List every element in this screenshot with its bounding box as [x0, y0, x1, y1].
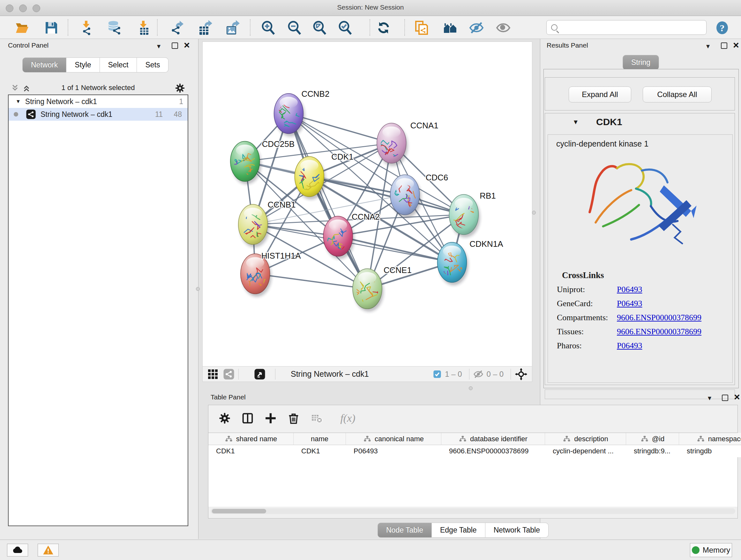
cloud-status-button[interactable]: [7, 544, 28, 557]
collapse-all-button[interactable]: Collapse All: [643, 86, 712, 103]
birdseye-grid-icon[interactable]: [207, 368, 219, 380]
show-all-button[interactable]: [494, 18, 513, 37]
first-neighbors-button[interactable]: [441, 18, 460, 37]
tab-style[interactable]: Style: [66, 57, 99, 72]
string-panel-icon[interactable]: [223, 368, 234, 380]
table-cell[interactable]: CDK1: [208, 445, 293, 457]
left-splitter-handle[interactable]: [196, 287, 200, 291]
selected-checkbox[interactable]: [433, 370, 442, 379]
node-CCNB1[interactable]: [239, 204, 269, 247]
open-in-string-icon[interactable]: [254, 368, 266, 380]
column-header-database-identifier[interactable]: database identifier: [441, 433, 545, 445]
float-panel-icon[interactable]: [722, 395, 728, 401]
bottom-splitter-handle[interactable]: [469, 386, 473, 390]
table-hscrollbar[interactable]: [211, 508, 735, 514]
node-HIST1H1A[interactable]: [241, 254, 272, 297]
edge-CCNA2-CDKN1A[interactable]: [338, 236, 452, 262]
zoom-selected-button[interactable]: [336, 18, 354, 37]
panel-menu-icon[interactable]: ▾: [157, 43, 160, 50]
zoom-out-button[interactable]: [285, 18, 304, 37]
import-network-database-button[interactable]: [105, 18, 123, 37]
export-table-button[interactable]: [196, 18, 214, 37]
close-panel-icon[interactable]: ×: [184, 42, 190, 49]
zoom-in-button[interactable]: [259, 18, 278, 37]
export-image-button[interactable]: [223, 18, 242, 37]
node-CCNA2[interactable]: [323, 216, 354, 259]
network-canvas[interactable]: CCNB2CCNA1CDC25BCDK1CDC6RB1CCNB1CCNA2CDK…: [202, 42, 532, 367]
table-cell[interactable]: stringdb: [679, 445, 741, 457]
close-panel-icon[interactable]: ×: [733, 42, 739, 49]
delete-columns-button[interactable]: [285, 410, 302, 427]
node-CCNB2[interactable]: [269, 94, 308, 137]
crosslink-link[interactable]: P06493: [617, 285, 642, 294]
ribbon-arrowhead: [691, 206, 697, 218]
node-CDKN1A[interactable]: [437, 242, 468, 286]
network-options-gear-icon[interactable]: [175, 83, 185, 94]
create-column-button[interactable]: [262, 410, 279, 427]
float-panel-icon[interactable]: [721, 43, 727, 49]
search-box[interactable]: [546, 20, 706, 35]
crosslink-link[interactable]: P06493: [617, 299, 642, 308]
crosslink-link[interactable]: 9606.ENSP00000378699: [617, 313, 701, 322]
column-header-canonical-name[interactable]: canonical name: [346, 433, 441, 445]
panel-menu-icon[interactable]: ▾: [706, 43, 710, 50]
table-hscrollbar-thumb[interactable]: [212, 509, 266, 513]
import-table-button[interactable]: [134, 18, 152, 37]
table-cell[interactable]: stringdb:9...: [626, 445, 679, 457]
protein-expander-icon[interactable]: ▼: [572, 118, 579, 126]
export-network-button[interactable]: [168, 18, 186, 37]
table-cell[interactable]: cyclin-dependent ...: [545, 445, 626, 457]
right-splitter-handle[interactable]: [532, 211, 536, 214]
search-input[interactable]: [560, 21, 706, 34]
network-collection-row[interactable]: ▼ String Network – cdk1 1: [9, 95, 188, 108]
results-scrollbar-track[interactable]: [545, 389, 735, 399]
column-header-name[interactable]: name: [293, 433, 346, 445]
table-options-button[interactable]: [216, 410, 233, 427]
show-columns-button[interactable]: [239, 410, 256, 427]
collection-expander-icon[interactable]: ▼: [16, 99, 21, 105]
hidden-eye-slash-icon[interactable]: [473, 369, 483, 379]
duplicate-network-button[interactable]: [412, 18, 431, 37]
open-session-button[interactable]: [13, 18, 31, 37]
crosslink-link[interactable]: 9606.ENSP00000378699: [617, 327, 701, 336]
expand-all-button[interactable]: Expand All: [569, 86, 631, 103]
edge-HIST1H1A-CCNE1[interactable]: [255, 274, 367, 289]
node-RB1[interactable]: [448, 194, 480, 238]
node-CDC25B[interactable]: [226, 141, 261, 184]
delete-table-button[interactable]: [308, 410, 325, 427]
save-session-button[interactable]: [42, 18, 61, 37]
column-header-shared-name[interactable]: shared name: [208, 433, 293, 445]
tab-sets[interactable]: Sets: [137, 57, 169, 72]
table-cell[interactable]: CDK1: [293, 445, 346, 457]
table-cell[interactable]: 9606.ENSP00000378699: [441, 445, 545, 457]
tab-select[interactable]: Select: [100, 57, 137, 72]
edge-CCNB2-CCNE1[interactable]: [288, 114, 367, 289]
function-builder-button[interactable]: f(x): [333, 410, 362, 427]
memory-button[interactable]: Memory: [690, 543, 732, 557]
node-CDK1[interactable]: [292, 157, 326, 199]
help-button[interactable]: ?: [713, 18, 731, 37]
warnings-button[interactable]: [38, 544, 59, 557]
network-graph[interactable]: CCNB2CCNA1CDC25BCDK1CDC6RB1CCNB1CCNA2CDK…: [203, 42, 532, 366]
column-header-id[interactable]: @id: [626, 433, 679, 445]
tab-node-table[interactable]: Node Table: [378, 523, 432, 538]
tab-network[interactable]: Network: [22, 57, 66, 72]
tab-edge-table[interactable]: Edge Table: [432, 523, 485, 538]
table-cell[interactable]: P06493: [346, 445, 441, 457]
column-header-namespace[interactable]: namespace: [679, 433, 741, 445]
close-panel-icon[interactable]: ×: [734, 393, 740, 400]
tab-network-table[interactable]: Network Table: [485, 523, 549, 538]
apply-layout-button[interactable]: [374, 18, 393, 37]
hide-selected-button[interactable]: [467, 18, 486, 37]
pan-crosshair-icon[interactable]: [515, 368, 528, 381]
tab-string[interactable]: String: [623, 55, 659, 70]
float-panel-icon[interactable]: [172, 43, 178, 49]
crosslink-link[interactable]: P06493: [617, 341, 642, 351]
node-CDC6[interactable]: [390, 175, 421, 218]
node-CCNE1[interactable]: [353, 269, 384, 312]
column-header-description[interactable]: description: [545, 433, 626, 445]
zoom-fit-button[interactable]: [311, 18, 329, 37]
panel-menu-icon[interactable]: ▾: [708, 395, 711, 401]
network-row[interactable]: String Network – cdk1 11 48: [9, 108, 188, 121]
import-network-file-button[interactable]: [77, 18, 95, 37]
